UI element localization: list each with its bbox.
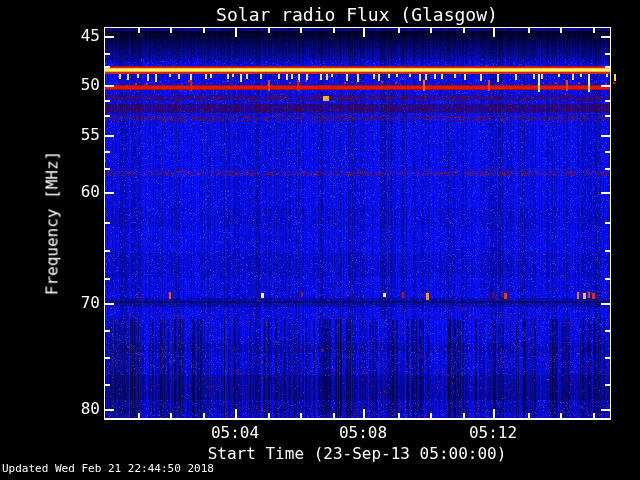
- spectrogram-page: Solar radio Flux (Glasgow) Frequency [MH…: [0, 0, 640, 480]
- x-tick-0508: 05:08: [339, 423, 387, 442]
- x-tick-0512: 05:12: [469, 423, 517, 442]
- y-tick-55: 55: [58, 127, 100, 143]
- y-tick-80: 80: [58, 401, 100, 417]
- page-title: Solar radio Flux (Glasgow): [216, 4, 498, 25]
- y-tick-50: 50: [58, 77, 100, 93]
- y-axis-label: Frequency [MHz]: [43, 151, 62, 296]
- y-tick-45: 45: [58, 28, 100, 44]
- y-tick-70: 70: [58, 295, 100, 311]
- y-tick-60: 60: [58, 184, 100, 200]
- x-tick-0504: 05:04: [211, 423, 259, 442]
- x-axis-label: Start Time (23-Sep-13 05:00:00): [208, 444, 507, 463]
- updated-timestamp: Updated Wed Feb 21 22:44:50 2018: [2, 462, 214, 475]
